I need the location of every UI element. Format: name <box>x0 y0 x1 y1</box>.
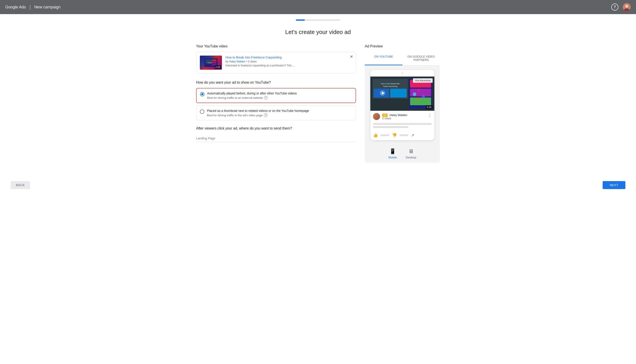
video-card: copywriting 0:06 How to Break Into Freel… <box>196 52 356 74</box>
share-icon[interactable]: ↗ <box>411 133 414 138</box>
radio-option-discovery-label: Placed as a thumbnail next to related vi… <box>207 109 309 112</box>
channel-avatar <box>373 113 380 120</box>
radio-option-discovery[interactable]: Placed as a thumbnail next to related vi… <box>196 106 356 120</box>
visit-advertiser-button[interactable]: Visit Advertiser <box>413 78 433 83</box>
preview-video-timer: 0:06 <box>426 106 433 109</box>
back-button[interactable]: BACK <box>11 181 30 189</box>
phone-camera <box>370 70 434 76</box>
header-right: ? <box>611 3 631 11</box>
mobile-icon: 📱 <box>389 148 396 154</box>
video-close-icon[interactable]: ✕ <box>350 55 353 59</box>
device-desktop-button[interactable]: 🖥 Desktop <box>406 148 416 159</box>
channel-name: Haley Walden <box>390 114 407 117</box>
channel-text: AD Haley Walden 0 views <box>382 113 426 120</box>
video-thumbnail: copywriting 0:06 <box>200 56 222 70</box>
avatar[interactable] <box>623 3 631 11</box>
svg-rect-8 <box>212 62 216 63</box>
svg-point-1 <box>625 5 628 8</box>
footer: BACK NEXT <box>0 176 636 194</box>
phone-mockup: How to Get Started with Twitter Advertis… <box>370 70 434 140</box>
discovery-help-icon[interactable]: ? <box>264 114 267 117</box>
svg-point-22 <box>413 92 416 96</box>
landing-page-input[interactable] <box>196 135 356 142</box>
preview-content: How to Get Started with Twitter Advertis… <box>365 66 440 145</box>
video-info: How to Break Into Freelance Copywriting … <box>225 56 352 67</box>
header-divider: | <box>29 4 31 10</box>
two-column-layout: Your YouTube video copywriting <box>196 44 440 162</box>
video-author: Haley Walden <box>229 60 245 63</box>
radio-input-in-stream[interactable] <box>200 92 204 96</box>
dislike-count <box>400 134 408 136</box>
video-meta: by Haley Walden • 0 views <box>225 60 352 63</box>
channel-menu-icon[interactable]: ⋮ <box>428 113 432 118</box>
radio-option-in-stream[interactable]: Automatically played before, during or a… <box>196 88 356 103</box>
video-description-lines <box>370 122 434 131</box>
ad-badge: AD <box>382 114 388 117</box>
google-ads-logo: Google Ads <box>5 5 26 10</box>
main-content: Let's create your video ad Your YouTube … <box>185 24 451 167</box>
desc-line-short <box>373 126 408 128</box>
desktop-icon: 🖥 <box>408 148 414 154</box>
next-button[interactable]: NEXT <box>603 181 625 189</box>
desktop-label: Desktop <box>406 156 416 159</box>
desc-line-full <box>373 123 432 125</box>
preview-tabs: ON YOUTUBE ON GOOGLE VIDEO PARTNERS <box>365 52 440 66</box>
channel-name-row: AD Haley Walden <box>382 113 426 117</box>
svg-text:Twitter Advertising: Twitter Advertising <box>383 85 398 87</box>
right-column: Ad Preview ON YOUTUBE ON GOOGLE VIDEO PA… <box>365 44 440 162</box>
avatar-image <box>623 3 631 11</box>
thumbs-down-icon[interactable]: 👎 <box>392 133 397 138</box>
mobile-label: Mobile <box>389 156 397 159</box>
svg-rect-15 <box>390 89 407 98</box>
video-views: 0 views <box>248 60 257 63</box>
svg-rect-21 <box>410 98 431 105</box>
youtube-video-section-title: Your YouTube video <box>196 44 356 48</box>
svg-rect-7 <box>212 59 216 61</box>
svg-point-25 <box>417 98 419 100</box>
progress-bar-fill <box>296 20 305 21</box>
video-author-prefix: by <box>225 60 228 63</box>
destination-section-title: After viewers click your ad, where do yo… <box>196 126 356 130</box>
video-preview-area: How to Get Started with Twitter Advertis… <box>370 76 434 111</box>
video-description: Interested in freelance copywriting as a… <box>225 64 352 67</box>
radio-option-in-stream-content: Automatically played before, during or a… <box>207 92 297 100</box>
tab-on-google-video-partners[interactable]: ON GOOGLE VIDEO PARTNERS <box>402 52 440 65</box>
thumbs-up-icon[interactable]: 👍 <box>373 133 378 138</box>
device-mobile-button[interactable]: 📱 Mobile <box>389 148 397 159</box>
radio-input-discovery[interactable] <box>200 110 204 114</box>
like-count <box>381 134 389 136</box>
header: Google Ads | New campaign ? <box>0 0 636 14</box>
svg-point-24 <box>422 95 425 98</box>
svg-text:How to Get Started with: How to Get Started with <box>381 83 400 85</box>
radio-option-in-stream-desc: Best for driving traffic to an external … <box>207 96 297 100</box>
header-left: Google Ads | New campaign <box>5 4 61 10</box>
help-icon[interactable]: ? <box>611 4 618 10</box>
channel-info: AD Haley Walden 0 views ⋮ <box>370 111 434 122</box>
preview-container: ON YOUTUBE ON GOOGLE VIDEO PARTNERS <box>365 52 440 162</box>
in-stream-help-icon[interactable]: ? <box>264 96 268 100</box>
channel-views: 0 views <box>382 117 426 120</box>
radio-option-discovery-desc: Best for driving traffic to the ad's vid… <box>207 114 309 117</box>
ad-preview-section: Ad Preview ON YOUTUBE ON GOOGLE VIDEO PA… <box>365 44 440 162</box>
progress-bar <box>296 20 340 21</box>
progress-bar-container <box>0 14 636 24</box>
video-title: How to Break Into Freelance Copywriting <box>225 56 352 59</box>
header-campaign-title: New campaign <box>34 5 61 10</box>
ad-format-section-title: How do you want your ad to show on YouTu… <box>196 80 356 84</box>
camera-dot <box>401 72 404 74</box>
ad-preview-title: Ad Preview <box>365 44 440 48</box>
device-toggle: 📱 Mobile 🖥 Desktop <box>365 145 440 162</box>
page-title: Let's create your video ad <box>196 29 440 36</box>
video-actions: 👍 👎 ↗ <box>370 131 434 140</box>
tab-on-youtube[interactable]: ON YOUTUBE <box>365 52 402 65</box>
video-thumbnail-duration: 0:06 <box>215 65 221 69</box>
radio-option-discovery-content: Placed as a thumbnail next to related vi… <box>207 109 309 117</box>
radio-option-in-stream-label: Automatically played before, during or a… <box>207 92 297 95</box>
svg-point-23 <box>418 88 420 91</box>
left-column: Your YouTube video copywriting <box>196 44 356 142</box>
